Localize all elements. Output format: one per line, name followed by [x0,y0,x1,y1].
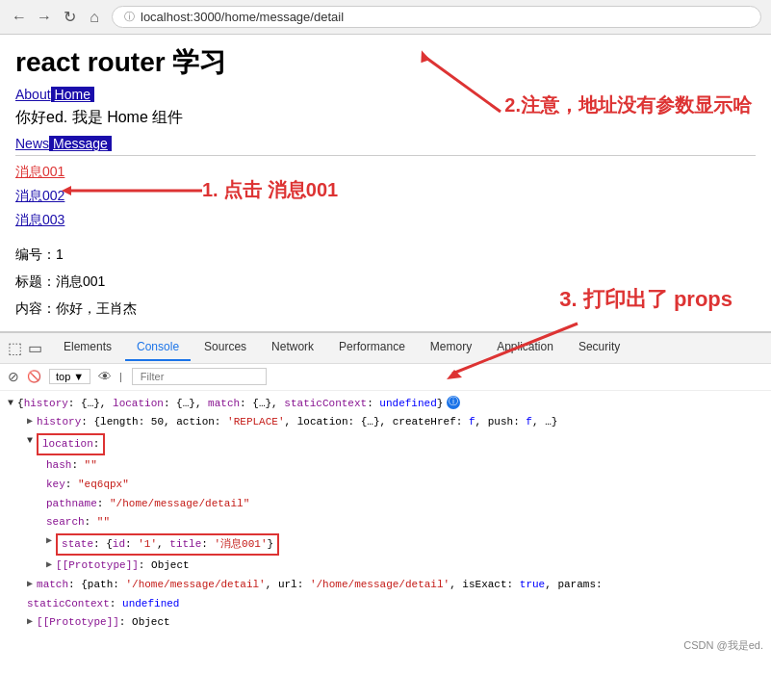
sub-nav-news-link[interactable]: News [15,136,49,151]
address-bar[interactable]: ⓘ localhost:3000/home/message/detail [112,6,761,28]
console-line-hash: hash: "" [46,456,763,476]
reload-button[interactable]: ↻ [60,8,79,27]
console-text-1: {history: {…}, location: {…}, match: {…}… [17,396,443,413]
url-text: localhost:3000/home/message/detail [141,10,344,24]
console-line-location: ▼ location: [27,432,763,457]
devtools-tab-bar: ⬚ ▭ Elements Console Sources Network Per… [0,333,771,364]
lock-icon: ⓘ [124,10,135,24]
tab-console[interactable]: Console [125,334,191,361]
devtools-panel: ⬚ ▭ Elements Console Sources Network Per… [0,331,771,657]
console-clear-button[interactable]: ⊘ [8,369,19,384]
nav-home-link[interactable]: Home [51,87,94,102]
eye-icon[interactable]: 👁 [98,369,112,384]
forward-button[interactable]: → [35,8,54,27]
filter-icon: | [119,372,122,382]
toggle-proto-top[interactable]: ▶ [27,614,33,630]
annotation-1: 1. 点击 消息001 [202,177,338,203]
tab-network[interactable]: Network [260,334,325,361]
console-line-key: key: "eq6qpx" [46,476,763,495]
annotation-3: 3. 打印出了 props [559,285,732,314]
console-text-proto-loc: [[Prototype]]: Object [56,557,190,575]
message-link-002[interactable]: 消息002 [15,184,756,208]
toggle-state[interactable]: ▶ [46,533,52,549]
nav-about-link[interactable]: About [15,87,51,102]
console-output: ▼ {history: {…}, location: {…}, match: {… [0,391,771,636]
console-line-history: ▶ history: {length: 50, action: 'REPLACE… [27,413,763,432]
back-button[interactable]: ← [10,8,29,27]
sub-nav: NewsMessage [15,136,756,156]
devtools-device-icon[interactable]: ▭ [28,339,42,357]
page-content: react router 学习 AboutHome 你好ed. 我是 Home … [0,35,771,331]
console-error-filter[interactable]: 🚫 [27,370,41,383]
detail-content-value: 你好，王肖杰 [56,300,137,316]
toggle-history[interactable]: ▶ [27,414,33,429]
nav-buttons: ← → ↻ ⌂ [10,8,104,27]
detail-content-label: 内容： [15,300,56,316]
message-link-003[interactable]: 消息003 [15,208,756,232]
home-button[interactable]: ⌂ [85,8,104,27]
message-list: 消息001 消息002 消息003 [15,160,756,233]
console-line-1: ▼ {history: {…}, location: {…}, match: {… [8,395,763,414]
console-line-state: ▶ state: {id: '1', title: '消息001'} [46,532,763,557]
tab-performance[interactable]: Performance [327,334,417,361]
watermark: CSDN @我是ed. [0,636,771,657]
tab-memory[interactable]: Memory [419,334,483,361]
state-highlight: state: {id: '1', title: '消息001'} [56,533,279,557]
detail-title-value: 消息001 [56,273,105,289]
toggle-1[interactable]: ▼ [8,396,13,411]
tab-application[interactable]: Application [485,334,565,361]
console-line-proto-loc: ▶ [[Prototype]]: Object [46,557,763,576]
console-text-hash: hash: "" [46,457,97,475]
console-line-match: ▶ match: {path: '/home/message/detail', … [27,576,763,595]
console-text-pathname: pathname: "/home/message/detail" [46,496,249,513]
filter-input[interactable] [132,368,267,385]
console-line-search: search: "" [46,513,763,532]
toggle-location[interactable]: ▼ [27,433,33,449]
annotation-2: 2.注意，地址没有参数显示哈 [504,92,752,118]
console-text-match: match: {path: '/home/message/detail', ur… [37,577,603,594]
info-icon: ⓘ [447,396,460,409]
tab-security[interactable]: Security [567,334,631,361]
top-selector[interactable]: top ▼ [49,369,90,384]
detail-id-label: 编号： [15,246,56,262]
location-highlight: location: [37,433,105,456]
detail-id-value: 1 [56,246,64,262]
browser-chrome: ← → ↻ ⌂ ⓘ localhost:3000/home/message/de… [0,0,771,35]
console-text-key: key: "eq6qpx" [46,477,129,494]
console-text-search: search: "" [46,514,110,531]
console-line-static: staticContext: undefined [27,595,763,614]
console-line-proto-top: ▶ [[Prototype]]: Object [27,613,763,633]
sub-nav-message-link[interactable]: Message [49,136,112,151]
toggle-match[interactable]: ▶ [27,577,33,592]
console-text-proto-top: [[Prototype]]: Object [37,614,170,632]
console-text-history: history: {length: 50, action: 'REPLACE',… [37,414,557,431]
page-title: react router 学习 [15,44,756,81]
tab-sources[interactable]: Sources [193,334,258,361]
console-text-static: staticContext: undefined [27,596,179,613]
devtools-inspect-icon[interactable]: ⬚ [8,339,22,357]
detail-id-line: 编号：1 [15,241,756,268]
toggle-proto-loc[interactable]: ▶ [46,557,52,573]
detail-title-label: 标题： [15,273,56,289]
message-link-001[interactable]: 消息001 [15,160,756,184]
tab-elements[interactable]: Elements [52,334,123,361]
console-line-pathname: pathname: "/home/message/detail" [46,495,763,514]
console-bar: ⊘ 🚫 top ▼ 👁 | [0,364,771,391]
